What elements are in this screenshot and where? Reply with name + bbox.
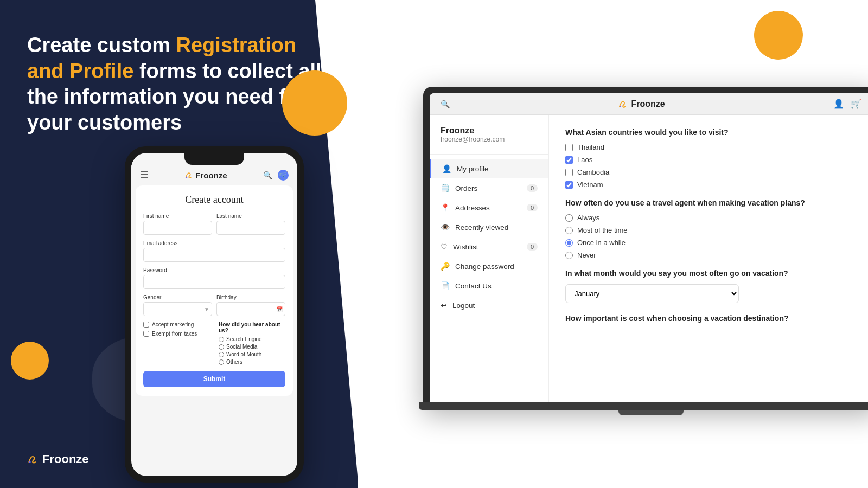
social-media-radio[interactable] xyxy=(219,344,224,350)
vietnam-checkbox[interactable] xyxy=(565,181,573,189)
first-name-input[interactable] xyxy=(143,221,212,235)
laptop-sidebar: Froonze froonze@froonze.com 👤 My profile xyxy=(430,115,549,402)
cambodia-label: Cambodia xyxy=(577,168,609,176)
option-search-engine: Search Engine xyxy=(219,336,285,342)
travel-once-in-a-while: Once in a while xyxy=(565,239,856,247)
travel-most-of-the-time: Most of the time xyxy=(565,226,856,234)
country-laos: Laos xyxy=(565,156,856,164)
sidebar-item-contact-us[interactable]: 📄 Contact Us xyxy=(430,276,548,296)
sidebar-item-left-change-password: 🔑 Change password xyxy=(441,262,514,271)
sidebar-label-recently-viewed: Recently viewed xyxy=(455,223,508,232)
laptop-froonze-icon xyxy=(618,99,628,109)
addresses-badge: 0 xyxy=(527,204,538,211)
decorative-circle-top-right xyxy=(754,11,803,60)
last-name-group: Last name xyxy=(216,213,285,235)
never-radio[interactable] xyxy=(565,252,573,259)
laptop-logo-text: Froonze xyxy=(631,99,665,109)
sidebar-item-orders[interactable]: 🗒️ Orders 0 xyxy=(430,178,548,198)
country-thailand: Thailand xyxy=(565,143,856,151)
sidebar-label-addresses: Addresses xyxy=(455,204,490,212)
phone-search-icon[interactable]: 🔍 xyxy=(263,171,272,179)
sidebar-item-left-addresses: 📍 Addresses xyxy=(441,203,490,212)
accept-marketing-row: Accept marketing xyxy=(143,322,210,328)
phone-cart-icon[interactable]: 🛒 xyxy=(278,170,289,181)
last-name-input[interactable] xyxy=(216,221,285,235)
sidebar-item-left-contact-us: 📄 Contact Us xyxy=(441,281,492,290)
once-radio[interactable] xyxy=(565,239,573,247)
sidebar-item-recently-viewed[interactable]: 👁️ Recently viewed xyxy=(430,217,548,237)
word-of-mouth-label: Word of Mouth xyxy=(226,351,261,357)
hamburger-icon[interactable]: ☰ xyxy=(140,169,149,181)
profile-q3: In what month would you say you most oft… xyxy=(565,269,856,278)
phone-logo: Froonze xyxy=(184,171,227,180)
search-engine-radio[interactable] xyxy=(219,337,224,342)
user-icon[interactable]: 👤 xyxy=(833,99,844,109)
vietnam-label: Vietnam xyxy=(577,181,603,189)
gender-birthday-row: Gender ▼ Birthday 📅 xyxy=(143,294,285,316)
exempt-taxes-checkbox[interactable] xyxy=(143,331,149,337)
sidebar-item-wishlist[interactable]: ♡ Wishlist 0 xyxy=(430,237,548,256)
document-icon: 📄 xyxy=(441,281,450,290)
laptop-browser-bar: 🔍 Froonze 👤 🛒 xyxy=(430,93,868,115)
froonze-logo-bottom: Froonze xyxy=(27,452,89,466)
sidebar-item-change-password[interactable]: 🔑 Change password xyxy=(430,256,548,276)
profile-q2: How often do you use a travel agent when… xyxy=(565,198,856,207)
others-label: Others xyxy=(226,359,242,365)
gender-label: Gender xyxy=(143,294,212,300)
cambodia-checkbox[interactable] xyxy=(565,169,573,176)
email-input[interactable] xyxy=(143,248,285,262)
option-others: Others xyxy=(219,359,285,365)
cart-icon[interactable]: 🛒 xyxy=(851,99,861,109)
sidebar-label-wishlist: Wishlist xyxy=(453,243,478,251)
sidebar-user-email: froonze@froonze.com xyxy=(441,136,538,143)
headline-part1: Create custom xyxy=(27,34,176,56)
word-of-mouth-radio[interactable] xyxy=(219,352,224,357)
thailand-label: Thailand xyxy=(577,143,604,151)
laptop-stand xyxy=(618,410,684,415)
laptop-base xyxy=(419,402,868,410)
thailand-checkbox[interactable] xyxy=(565,144,573,151)
sidebar-label-my-profile: My profile xyxy=(457,165,489,173)
laptop-logo: Froonze xyxy=(618,99,665,109)
phone-form-area: Create account First name Last name Emai… xyxy=(136,185,293,396)
sidebar-item-logout[interactable]: ↩ Logout xyxy=(430,296,548,315)
froonze-icon-bottom xyxy=(27,454,38,465)
laptop-content: Froonze froonze@froonze.com 👤 My profile xyxy=(430,115,868,402)
search-engine-label: Search Engine xyxy=(226,336,262,342)
sidebar-item-left-wishlist: ♡ Wishlist xyxy=(441,242,478,251)
always-radio[interactable] xyxy=(565,214,573,222)
location-icon: 📍 xyxy=(441,203,450,212)
others-radio[interactable] xyxy=(219,359,224,365)
person-icon: 👤 xyxy=(442,164,451,173)
wishlist-badge: 0 xyxy=(527,243,538,251)
phone-header: ☰ Froonze 🔍 🛒 xyxy=(131,165,297,185)
laos-checkbox[interactable] xyxy=(565,156,573,164)
svg-point-2 xyxy=(620,106,621,107)
eye-icon: 👁️ xyxy=(441,223,450,232)
last-name-label: Last name xyxy=(216,213,285,219)
phone-notch xyxy=(184,153,244,165)
most-time-radio[interactable] xyxy=(565,227,573,234)
accept-marketing-label: Accept marketing xyxy=(152,322,194,328)
password-input[interactable] xyxy=(143,275,285,289)
decorative-circle-top-mid xyxy=(282,70,347,136)
headline: Create custom Registration and Profile f… xyxy=(27,33,331,136)
gender-select[interactable]: ▼ xyxy=(143,302,212,316)
submit-button[interactable]: Submit xyxy=(143,371,285,387)
exempt-taxes-row: Exempt from taxes xyxy=(143,331,210,337)
phone-froonze-icon xyxy=(184,171,193,179)
option-word-of-mouth: Word of Mouth xyxy=(219,351,285,357)
laptop-main: What Asian countries would you like to v… xyxy=(549,115,868,402)
browser-search-icon[interactable]: 🔍 xyxy=(441,100,450,108)
accept-marketing-checkbox[interactable] xyxy=(143,322,149,328)
travel-never: Never xyxy=(565,251,856,259)
sidebar-item-addresses[interactable]: 📍 Addresses 0 xyxy=(430,198,548,217)
social-media-label: Social Media xyxy=(226,344,257,350)
sidebar-item-left-profile: 👤 My profile xyxy=(442,164,489,173)
birthday-input[interactable]: 📅 xyxy=(216,302,285,316)
orders-badge: 0 xyxy=(527,184,538,192)
phone-mockup: ☰ Froonze 🔍 🛒 Create account xyxy=(125,146,304,483)
sidebar-item-my-profile[interactable]: 👤 My profile xyxy=(430,159,548,178)
email-group: Email address xyxy=(143,240,285,262)
month-select[interactable]: January February March April May June Ju… xyxy=(565,284,739,303)
